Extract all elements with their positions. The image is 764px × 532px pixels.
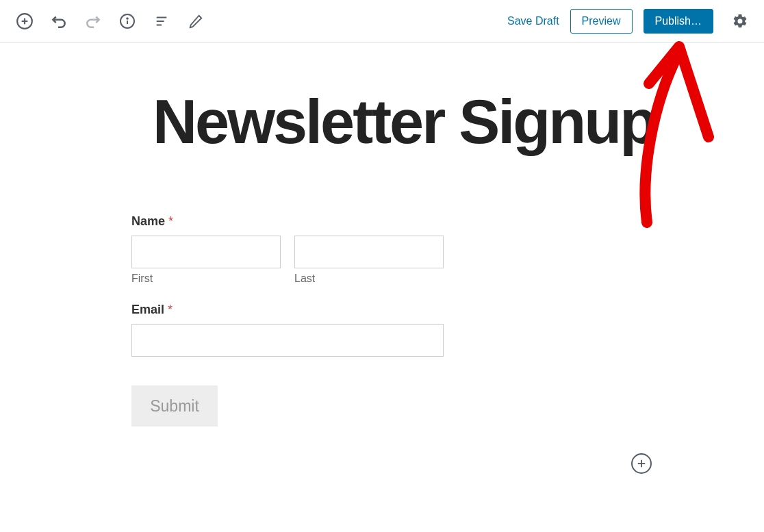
publish-button[interactable]: Publish… xyxy=(644,9,713,34)
topbar-right-group: Save Draft Preview Publish… xyxy=(507,9,750,34)
email-input[interactable] xyxy=(131,324,444,357)
add-block-floating-button[interactable] xyxy=(631,453,652,474)
last-name-input[interactable] xyxy=(294,236,444,268)
svg-point-5 xyxy=(127,18,128,19)
editor-canvas: Newsletter Signup Name * First Last Emai… xyxy=(0,43,764,427)
preview-button[interactable]: Preview xyxy=(570,9,633,34)
outline-button[interactable] xyxy=(152,12,171,31)
editor-topbar: Save Draft Preview Publish… xyxy=(0,0,764,43)
first-name-input[interactable] xyxy=(131,236,281,268)
undo-button[interactable] xyxy=(49,12,68,31)
name-label-text: Name xyxy=(131,214,165,228)
gear-icon xyxy=(732,13,748,29)
email-label: Email * xyxy=(131,303,453,317)
plus-icon xyxy=(635,457,648,470)
required-indicator: * xyxy=(168,303,173,316)
plus-circle-icon xyxy=(16,12,34,30)
content-info-button[interactable] xyxy=(118,12,137,31)
pencil-icon xyxy=(188,14,203,29)
undo-icon xyxy=(50,12,68,30)
name-field-row xyxy=(131,236,453,268)
required-indicator: * xyxy=(168,214,173,228)
redo-button[interactable] xyxy=(84,12,103,31)
title-block: Newsletter Signup xyxy=(132,91,632,153)
name-label: Name * xyxy=(131,214,453,229)
first-sublabel: First xyxy=(131,273,281,285)
add-block-button[interactable] xyxy=(15,12,34,31)
email-label-text: Email xyxy=(131,303,164,316)
last-sublabel: Last xyxy=(294,273,444,285)
save-draft-button[interactable]: Save Draft xyxy=(507,15,559,27)
topbar-left-group xyxy=(15,12,205,31)
post-title[interactable]: Newsletter Signup xyxy=(153,91,632,153)
info-icon xyxy=(119,13,136,29)
form-block: Name * First Last Email * Submit xyxy=(131,214,453,427)
redo-icon xyxy=(84,12,102,30)
submit-button[interactable]: Submit xyxy=(131,385,218,427)
edit-tool-button[interactable] xyxy=(186,12,205,31)
name-sublabel-row: First Last xyxy=(131,273,453,285)
settings-button[interactable] xyxy=(730,11,750,31)
list-icon xyxy=(154,14,169,29)
